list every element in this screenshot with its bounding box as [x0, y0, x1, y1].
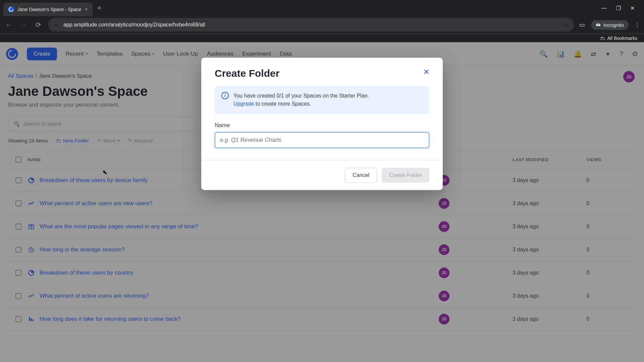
minimize-icon[interactable]: —	[601, 5, 607, 11]
browser-tab[interactable]: Jane Dawson's Space - Space ×	[3, 3, 93, 16]
new-tab-button[interactable]: +	[97, 4, 102, 12]
back-icon[interactable]: ←	[4, 21, 13, 29]
upgrade-link[interactable]: Upgrade	[233, 101, 254, 107]
info-text-1: You have created 0/1 of your Spaces on t…	[233, 93, 369, 99]
folder-icon: 🗀	[600, 36, 605, 41]
incognito-icon: 🕶	[596, 22, 601, 28]
info-banner: i You have created 0/1 of your Spaces on…	[215, 86, 429, 114]
browser-chrome: Jane Dawson's Space - Space × + — ❐ ✕ ← …	[0, 0, 644, 42]
incognito-badge[interactable]: 🕶 Incognito	[591, 20, 629, 30]
cancel-button[interactable]: Cancel	[345, 168, 377, 183]
browser-menu-icon[interactable]: ⋮	[635, 22, 640, 28]
create-folder-submit[interactable]: Create Folder	[382, 168, 429, 183]
bookmarks-bar: 🗀 All Bookmarks	[0, 34, 644, 42]
close-window-icon[interactable]: ✕	[630, 5, 635, 11]
app-root: Create Recent▾ Templates Spaces▾ User Lo…	[0, 42, 644, 362]
maximize-icon[interactable]: ❐	[616, 5, 621, 11]
modal-close-button[interactable]: ✕	[423, 68, 429, 76]
incognito-label: Incognito	[603, 22, 624, 28]
folder-name-input[interactable]	[215, 132, 429, 148]
site-info-icon[interactable]: ᯤ	[54, 22, 59, 28]
create-folder-modal: Create Folder ✕ i You have created 0/1 o…	[201, 58, 443, 190]
name-field-label: Name	[215, 122, 429, 129]
amplitude-favicon	[8, 6, 14, 12]
side-panel-icon[interactable]: ▭	[579, 21, 585, 28]
window-controls: — ❐ ✕	[601, 5, 641, 11]
info-icon: i	[221, 92, 229, 99]
forward-icon[interactable]: →	[19, 21, 28, 29]
tab-title: Jane Dawson's Space - Space	[17, 7, 81, 12]
info-text-2: to create more Spaces.	[254, 101, 311, 107]
url-field[interactable]: ᯤ app.amplitude.com/analytics/moodjoy2/s…	[48, 18, 574, 32]
modal-footer: Cancel Create Folder	[201, 160, 443, 190]
close-tab-icon[interactable]: ×	[85, 6, 88, 12]
reload-icon[interactable]: ⟳	[34, 21, 43, 29]
modal-title: Create Folder	[215, 68, 279, 79]
url-text: app.amplitude.com/analytics/moodjoy2/spa…	[63, 22, 559, 28]
address-bar: ← → ⟳ ᯤ app.amplitude.com/analytics/mood…	[0, 16, 644, 34]
tab-bar: Jane Dawson's Space - Space × + — ❐ ✕	[0, 0, 644, 16]
bookmark-star-icon[interactable]: ☆	[563, 22, 568, 28]
all-bookmarks-link[interactable]: All Bookmarks	[607, 36, 637, 41]
